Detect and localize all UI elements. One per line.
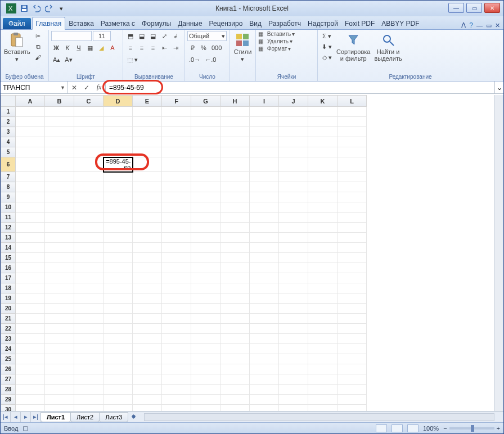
expand-formula-bar-icon[interactable]: ⌄ (494, 82, 503, 93)
horizontal-scrollbar[interactable] (144, 413, 494, 421)
cell[interactable] (308, 192, 338, 202)
cell[interactable] (16, 263, 45, 273)
cell[interactable] (133, 182, 162, 192)
align-center-icon[interactable]: ≡ (137, 43, 147, 53)
cell[interactable] (338, 213, 367, 223)
row-header[interactable]: 16 (1, 263, 16, 273)
cell[interactable] (16, 324, 45, 334)
cell[interactable] (74, 192, 104, 202)
cell[interactable] (279, 253, 308, 263)
cell[interactable] (279, 157, 308, 172)
cell[interactable] (220, 263, 250, 273)
cell[interactable] (279, 304, 308, 314)
percent-icon[interactable]: % (199, 43, 209, 53)
cell[interactable] (133, 233, 162, 243)
file-tab[interactable]: Файл (3, 18, 31, 29)
cell[interactable] (338, 364, 367, 374)
cell[interactable] (279, 202, 308, 213)
cell[interactable] (104, 334, 133, 344)
column-header[interactable]: B (45, 96, 74, 107)
cell[interactable] (162, 192, 191, 202)
row-header[interactable]: 15 (1, 253, 16, 263)
cell[interactable] (45, 324, 74, 334)
cell[interactable] (191, 304, 220, 314)
cell[interactable] (338, 117, 367, 127)
paste-dropdown-icon[interactable]: ▾ (15, 56, 19, 63)
cell[interactable] (74, 213, 104, 223)
zoom-level[interactable]: 100% (423, 425, 439, 432)
cell[interactable] (162, 324, 191, 334)
cell[interactable] (220, 395, 250, 405)
cell[interactable] (308, 344, 338, 354)
delete-cells-button[interactable]: ▦ Удалить ▾ (258, 38, 292, 44)
cell[interactable] (250, 334, 279, 344)
cell[interactable] (279, 117, 308, 127)
cell[interactable] (338, 405, 367, 412)
cell[interactable] (308, 395, 338, 405)
column-header[interactable]: J (279, 96, 308, 107)
cell[interactable] (191, 385, 220, 395)
fill-icon[interactable]: ⬇ ▾ (320, 42, 334, 52)
undo-icon[interactable] (31, 3, 42, 14)
cell[interactable] (104, 263, 133, 273)
cell[interactable] (45, 405, 74, 412)
cell[interactable] (133, 213, 162, 223)
cell[interactable] (16, 172, 45, 182)
cell[interactable] (133, 137, 162, 147)
cell[interactable] (191, 334, 220, 344)
cell[interactable] (338, 243, 367, 253)
cell[interactable] (162, 182, 191, 192)
cell[interactable] (191, 213, 220, 223)
cell[interactable] (133, 192, 162, 202)
cell[interactable] (45, 354, 74, 364)
copy-icon[interactable]: ⧉ (33, 42, 43, 52)
tab-addins[interactable]: Надстрой (304, 17, 341, 29)
cell[interactable] (45, 233, 74, 243)
cell[interactable] (338, 385, 367, 395)
cell[interactable] (74, 157, 104, 172)
row-header[interactable]: 18 (1, 283, 16, 293)
cell[interactable] (279, 374, 308, 385)
cell[interactable] (45, 127, 74, 137)
cell[interactable] (338, 283, 367, 293)
cell[interactable] (16, 107, 45, 117)
row-header[interactable]: 30 (1, 405, 16, 412)
row-header[interactable]: 2 (1, 117, 16, 127)
cell[interactable] (74, 293, 104, 304)
cell[interactable] (162, 344, 191, 354)
cell[interactable] (338, 127, 367, 137)
cell[interactable] (74, 182, 104, 192)
cell[interactable] (279, 107, 308, 117)
cell[interactable] (162, 147, 191, 157)
cell[interactable] (104, 344, 133, 354)
cell[interactable] (104, 107, 133, 117)
cell[interactable] (74, 324, 104, 334)
tab-foxit[interactable]: Foxit PDF (341, 17, 378, 29)
cell[interactable] (250, 395, 279, 405)
fill-color-button[interactable]: ◢ (96, 43, 106, 53)
cell[interactable] (308, 283, 338, 293)
cell[interactable] (308, 127, 338, 137)
name-box-dropdown-icon[interactable]: ▼ (60, 85, 65, 91)
cell[interactable] (16, 127, 45, 137)
cell[interactable] (250, 172, 279, 182)
cell[interactable] (250, 283, 279, 293)
cell[interactable] (220, 213, 250, 223)
cell[interactable] (133, 202, 162, 213)
cell[interactable] (16, 243, 45, 253)
cell[interactable] (45, 223, 74, 233)
row-header[interactable]: 4 (1, 137, 16, 147)
cell[interactable] (104, 137, 133, 147)
cell[interactable] (279, 334, 308, 344)
enter-formula-icon[interactable]: ✓ (80, 84, 93, 92)
cell[interactable] (338, 147, 367, 157)
cell[interactable] (338, 344, 367, 354)
cell[interactable] (45, 283, 74, 293)
cell[interactable] (74, 137, 104, 147)
cell[interactable] (308, 117, 338, 127)
cell[interactable] (250, 127, 279, 137)
tab-abbyy[interactable]: ABBYY PDF (378, 17, 422, 29)
cell[interactable] (162, 127, 191, 137)
cell[interactable] (133, 334, 162, 344)
cell[interactable] (279, 172, 308, 182)
